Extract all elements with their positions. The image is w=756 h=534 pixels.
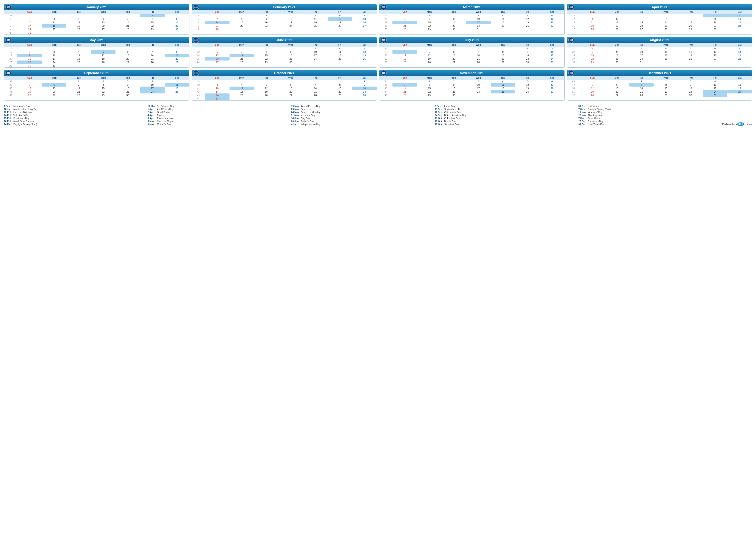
day-cell[interactable]: 7 bbox=[629, 83, 654, 87]
day-cell[interactable]: 15 bbox=[91, 87, 116, 90]
day-cell[interactable]: 17 bbox=[703, 87, 727, 90]
day-cell[interactable]: 27 bbox=[605, 93, 629, 97]
day-cell[interactable] bbox=[279, 97, 303, 100]
day-cell[interactable] bbox=[205, 14, 230, 17]
day-cell[interactable] bbox=[392, 47, 417, 50]
day-cell[interactable]: 28 bbox=[392, 28, 417, 31]
day-cell[interactable]: 27 bbox=[442, 61, 466, 64]
day-cell[interactable]: 5 bbox=[67, 17, 91, 21]
day-cell[interactable]: 7 bbox=[116, 17, 140, 21]
day-cell[interactable]: 21 bbox=[205, 24, 230, 28]
day-cell[interactable]: 11 bbox=[328, 50, 352, 54]
day-cell[interactable] bbox=[230, 80, 254, 83]
day-cell[interactable]: 19 bbox=[67, 24, 91, 28]
day-cell[interactable]: 11 bbox=[230, 87, 254, 90]
day-cell[interactable]: 22 bbox=[654, 90, 678, 93]
day-cell[interactable]: 19 bbox=[515, 21, 540, 24]
day-cell[interactable]: 3 bbox=[303, 47, 328, 50]
day-cell[interactable]: 20 bbox=[116, 57, 140, 61]
day-cell[interactable] bbox=[42, 47, 67, 50]
day-cell[interactable]: 13 bbox=[116, 54, 140, 57]
day-cell[interactable]: 13 bbox=[279, 87, 303, 90]
day-cell[interactable]: 24 bbox=[727, 24, 752, 28]
day-cell[interactable]: 30 bbox=[515, 61, 540, 64]
day-cell[interactable]: 16 bbox=[254, 21, 279, 24]
day-cell[interactable] bbox=[303, 80, 328, 83]
day-cell[interactable]: 20 bbox=[205, 57, 230, 61]
day-cell[interactable]: 14 bbox=[205, 21, 230, 24]
day-cell[interactable]: 15 bbox=[491, 54, 515, 57]
day-cell[interactable]: 15 bbox=[417, 87, 442, 90]
day-cell[interactable]: 16 bbox=[116, 87, 140, 90]
day-cell[interactable]: 16 bbox=[442, 21, 466, 24]
day-cell[interactable] bbox=[165, 80, 189, 83]
day-cell[interactable] bbox=[42, 80, 67, 83]
day-cell[interactable]: 17 bbox=[466, 87, 491, 90]
day-cell[interactable]: 25 bbox=[42, 28, 67, 31]
day-cell[interactable] bbox=[116, 47, 140, 50]
day-cell[interactable]: 18 bbox=[67, 57, 91, 61]
day-cell[interactable] bbox=[230, 97, 254, 100]
day-cell[interactable]: 6 bbox=[540, 14, 564, 17]
day-cell[interactable]: 30 bbox=[116, 93, 140, 97]
day-cell[interactable] bbox=[205, 80, 230, 83]
day-cell[interactable]: 14 bbox=[629, 87, 654, 90]
day-cell[interactable]: 4 bbox=[703, 80, 727, 83]
day-cell[interactable]: 1 bbox=[165, 47, 189, 50]
day-cell[interactable]: 29 bbox=[491, 61, 515, 64]
day-cell[interactable]: 12 bbox=[417, 54, 442, 57]
day-cell[interactable]: 1 bbox=[491, 47, 515, 50]
day-cell[interactable]: 19 bbox=[17, 90, 42, 93]
day-cell[interactable]: 17 bbox=[303, 54, 328, 57]
day-cell[interactable]: 16 bbox=[17, 57, 42, 61]
day-cell[interactable]: 20 bbox=[91, 24, 116, 28]
day-cell[interactable]: 31 bbox=[629, 61, 654, 64]
day-cell[interactable]: 19 bbox=[580, 90, 605, 93]
day-cell[interactable]: 17 bbox=[466, 21, 491, 24]
day-cell[interactable]: 27 bbox=[703, 57, 727, 61]
day-cell[interactable]: 13 bbox=[91, 21, 116, 24]
day-cell[interactable]: 28 bbox=[67, 93, 91, 97]
day-cell[interactable] bbox=[417, 47, 442, 50]
day-cell[interactable]: 5 bbox=[515, 80, 540, 83]
day-cell[interactable]: 18 bbox=[654, 54, 678, 57]
day-cell[interactable] bbox=[352, 97, 377, 100]
day-cell[interactable]: 4 bbox=[654, 47, 678, 50]
day-cell[interactable] bbox=[17, 47, 42, 50]
day-cell[interactable]: 22 bbox=[417, 90, 442, 93]
day-cell[interactable]: 2 bbox=[515, 47, 540, 50]
day-cell[interactable]: 27 bbox=[540, 24, 564, 28]
day-cell[interactable]: 20 bbox=[279, 90, 303, 93]
day-cell[interactable]: 11 bbox=[491, 83, 515, 87]
day-cell[interactable]: 10 bbox=[42, 54, 67, 57]
day-cell[interactable]: 18 bbox=[392, 57, 417, 61]
day-cell[interactable]: 23 bbox=[17, 61, 42, 64]
day-cell[interactable]: 1 bbox=[417, 80, 442, 83]
day-cell[interactable]: 28 bbox=[303, 93, 328, 97]
day-cell[interactable]: 20 bbox=[442, 57, 466, 61]
day-cell[interactable]: 16 bbox=[442, 87, 466, 90]
day-cell[interactable]: 20 bbox=[703, 54, 727, 57]
day-cell[interactable]: 27 bbox=[42, 93, 67, 97]
day-cell[interactable]: 22 bbox=[328, 90, 352, 93]
day-cell[interactable] bbox=[727, 80, 752, 83]
day-cell[interactable] bbox=[42, 14, 67, 17]
day-cell[interactable]: 19 bbox=[515, 87, 540, 90]
day-cell[interactable]: 9 bbox=[703, 17, 727, 21]
day-cell[interactable]: 29 bbox=[140, 28, 165, 31]
day-cell[interactable]: 21 bbox=[303, 90, 328, 93]
day-cell[interactable]: 10 bbox=[17, 21, 42, 24]
day-cell[interactable]: 24 bbox=[42, 61, 67, 64]
day-cell[interactable]: 23 bbox=[442, 90, 466, 93]
day-cell[interactable]: 28 bbox=[205, 28, 230, 31]
day-cell[interactable]: 24 bbox=[279, 24, 303, 28]
day-cell[interactable]: 12 bbox=[17, 87, 42, 90]
day-cell[interactable]: 13 bbox=[605, 87, 629, 90]
day-cell[interactable] bbox=[67, 64, 91, 67]
day-cell[interactable]: 3 bbox=[205, 83, 230, 87]
day-cell[interactable] bbox=[629, 14, 654, 17]
day-cell[interactable]: 20 bbox=[629, 24, 654, 28]
day-cell[interactable]: 2 bbox=[654, 80, 678, 83]
day-cell[interactable]: 24 bbox=[303, 57, 328, 61]
day-cell[interactable] bbox=[605, 14, 629, 17]
